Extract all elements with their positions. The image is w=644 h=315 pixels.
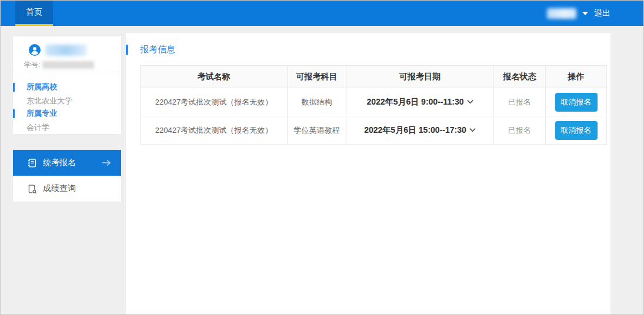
user-identity: 学号:	[13, 36, 121, 72]
exam-name-cell: 220427考试批次测试（报名无效）	[141, 88, 288, 116]
topbar: 首页 退出	[1, 1, 644, 26]
blue-tick	[13, 109, 15, 118]
cancel-registration-button[interactable]: 取消报名	[555, 121, 598, 140]
affiliation-university: 所属高校 东北农业大学	[13, 82, 121, 106]
action-cell: 取消报名	[546, 88, 607, 116]
student-id-label: 学号:	[24, 60, 40, 70]
blue-tick	[126, 45, 128, 55]
exam-name-cell: 220427考试批次测试（报名无效）	[141, 116, 288, 145]
document-search-icon	[27, 184, 37, 194]
action-cell: 取消报名	[546, 116, 607, 145]
major-value: 会计学	[26, 122, 121, 133]
university-value: 东北农业大学	[26, 96, 121, 106]
logout-link[interactable]: 退出	[594, 8, 610, 19]
main-content: 报考信息 考试名称 可报考科目 可报考日期 报名状态 操作 220427考试批次…	[126, 33, 610, 315]
chevron-down-icon[interactable]	[469, 128, 476, 132]
affiliation-major: 所属专业 会计学	[13, 108, 121, 133]
user-name-redacted-blur	[45, 45, 86, 56]
arrow-right-icon	[101, 159, 112, 166]
username-redacted-blur	[547, 8, 576, 19]
date-cell[interactable]: 2022年5月6日 9:00--11:30	[346, 88, 494, 116]
caret-down-icon[interactable]	[582, 12, 588, 15]
topbar-user-area: 退出	[547, 8, 610, 19]
sidebar-item-unified-exam-registration[interactable]: 统考报名	[13, 150, 121, 176]
header-exam-name: 考试名称	[141, 66, 288, 88]
sidebar-menu: 统考报名 成绩查询	[12, 149, 122, 202]
notebook-icon	[27, 158, 37, 168]
chevron-down-icon[interactable]	[467, 99, 473, 104]
user-info-card: 学号: 所属高校 东北农业大学 所属专业 会计学	[12, 36, 122, 135]
sidebar-item-label: 成绩查询	[43, 183, 76, 194]
date-text: 2022年5月6日 15:00--17:30	[364, 125, 466, 135]
table-row: 220427考试批次测试（报名无效） 学位英语教程 2022年5月6日 15:0…	[141, 116, 607, 145]
date-cell[interactable]: 2022年5月6日 15:00--17:30	[346, 116, 494, 145]
sidebar-item-label: 统考报名	[43, 158, 76, 168]
tab-home[interactable]: 首页	[15, 1, 53, 26]
sidebar-item-score-inquiry[interactable]: 成绩查询	[13, 176, 121, 202]
header-date: 可报考日期	[346, 66, 494, 88]
section-header: 报考信息	[126, 43, 610, 67]
header-action: 操作	[546, 66, 607, 88]
tab-home-label: 首页	[26, 7, 42, 18]
university-label: 所属高校	[26, 82, 121, 92]
table-header-row: 考试名称 可报考科目 可报考日期 报名状态 操作	[141, 66, 607, 88]
divider	[13, 72, 121, 72]
table-row: 220427考试批次测试（报名无效） 数据结构 2022年5月6日 9:00--…	[141, 88, 607, 116]
page-title: 报考信息	[140, 44, 175, 55]
date-text: 2022年5月6日 9:00--11:30	[367, 97, 464, 106]
major-label: 所属专业	[26, 108, 121, 119]
subject-cell: 数据结构	[288, 88, 346, 116]
header-status: 报名状态	[494, 66, 546, 88]
header-subject: 可报考科目	[288, 66, 346, 88]
avatar-user-icon	[29, 44, 41, 56]
status-cell: 已报名	[494, 116, 546, 145]
student-id-redacted-blur	[42, 61, 94, 69]
registration-table: 考试名称 可报考科目 可报考日期 报名状态 操作 220427考试批次测试（报名…	[140, 65, 607, 145]
blue-tick	[13, 83, 15, 92]
status-cell: 已报名	[494, 88, 546, 116]
cancel-registration-button[interactable]: 取消报名	[555, 93, 598, 112]
subject-cell: 学位英语教程	[288, 116, 346, 145]
